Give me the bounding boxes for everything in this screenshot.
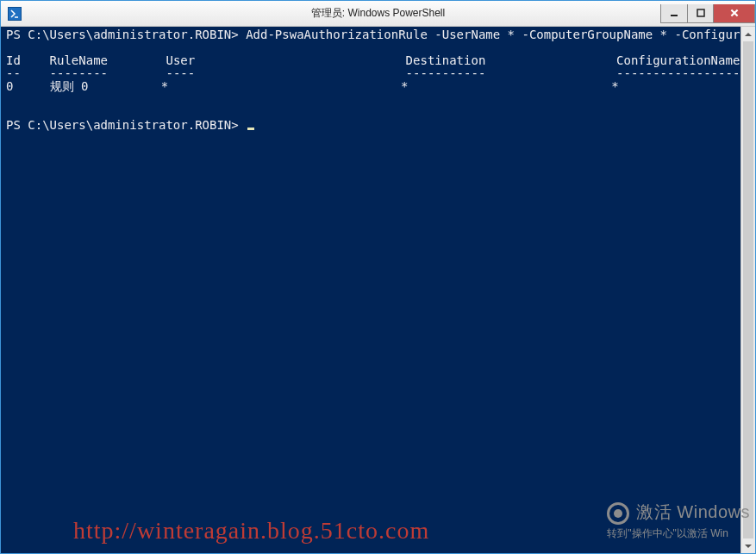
scroll-thumb[interactable]: [743, 41, 753, 538]
svg-rect-0: [671, 15, 678, 16]
table-header: Id RuleName User Destination Configurati…: [6, 53, 740, 67]
minimize-button[interactable]: [661, 4, 687, 22]
titlebar[interactable]: 管理员: Windows PowerShell: [1, 1, 755, 27]
scroll-down-button[interactable]: [741, 538, 755, 553]
cursor-icon: [247, 128, 254, 130]
scroll-track[interactable]: [741, 41, 755, 538]
table-row: 0 规则 0 * * *: [6, 79, 619, 93]
svg-rect-1: [697, 9, 704, 16]
window-controls: [660, 4, 755, 23]
prompt: PS C:\Users\administrator.ROBIN>: [6, 118, 239, 132]
scroll-up-button[interactable]: [741, 27, 755, 41]
powershell-window: 管理员: Windows PowerShell PS C:\Users\admi…: [0, 0, 756, 554]
client-area: PS C:\Users\administrator.ROBIN> Add-Psw…: [1, 27, 755, 553]
command-text: Add-PswaAuthorizationRule -UserName * -C…: [246, 28, 740, 41]
table-divider: -- -------- ---- ----------- -----------…: [6, 66, 740, 80]
terminal-output[interactable]: PS C:\Users\administrator.ROBIN> Add-Psw…: [1, 27, 740, 553]
prompt: PS C:\Users\administrator.ROBIN>: [6, 28, 239, 41]
powershell-icon: [8, 7, 22, 21]
close-button[interactable]: [713, 4, 754, 22]
maximize-button[interactable]: [687, 4, 713, 22]
window-title: 管理员: Windows PowerShell: [1, 6, 755, 21]
vertical-scrollbar[interactable]: [740, 27, 755, 553]
